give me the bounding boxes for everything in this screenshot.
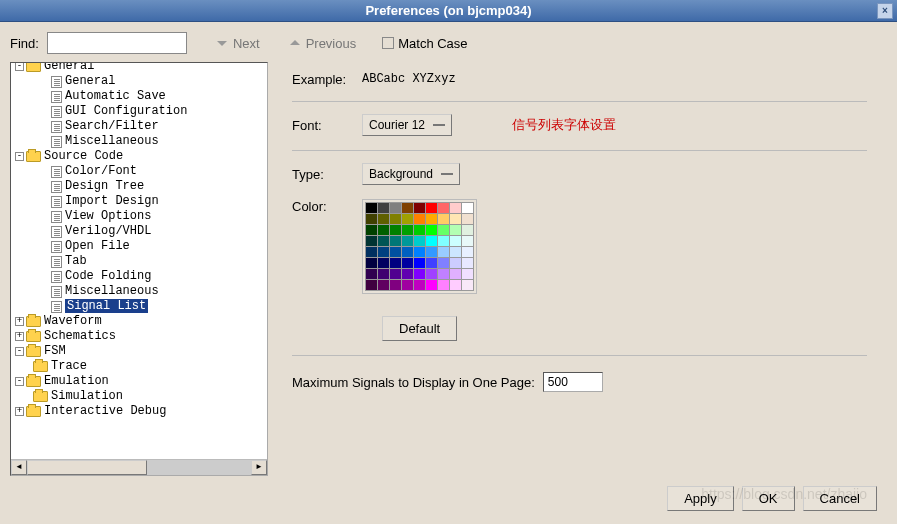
color-swatch[interactable] xyxy=(426,247,438,258)
color-swatch[interactable] xyxy=(426,203,438,214)
match-case-checkbox[interactable]: Match Case xyxy=(382,36,467,51)
tree-row[interactable]: View Options xyxy=(11,209,267,224)
color-swatch[interactable] xyxy=(402,214,414,225)
color-swatch[interactable] xyxy=(402,203,414,214)
color-swatch[interactable] xyxy=(462,203,474,214)
color-swatch[interactable] xyxy=(450,203,462,214)
color-swatch[interactable] xyxy=(366,280,378,291)
color-swatch[interactable] xyxy=(450,269,462,280)
tree-row[interactable]: Miscellaneous xyxy=(11,284,267,299)
color-swatch[interactable] xyxy=(462,269,474,280)
tree-row[interactable]: Search/Filter xyxy=(11,119,267,134)
color-swatch[interactable] xyxy=(390,269,402,280)
color-swatch[interactable] xyxy=(366,203,378,214)
color-swatch[interactable] xyxy=(414,225,426,236)
color-swatch[interactable] xyxy=(414,258,426,269)
color-swatch[interactable] xyxy=(438,269,450,280)
expander-icon[interactable]: - xyxy=(15,347,24,356)
tree-row[interactable]: Open File xyxy=(11,239,267,254)
color-swatch[interactable] xyxy=(414,236,426,247)
color-swatch[interactable] xyxy=(426,280,438,291)
preferences-tree[interactable]: -GeneralGeneralAutomatic SaveGUI Configu… xyxy=(10,62,268,476)
color-swatch[interactable] xyxy=(390,203,402,214)
color-swatch[interactable] xyxy=(462,214,474,225)
color-swatch[interactable] xyxy=(414,203,426,214)
color-swatch[interactable] xyxy=(366,236,378,247)
tree-row[interactable]: +Interactive Debug xyxy=(11,404,267,419)
tree-row[interactable]: -FSM xyxy=(11,344,267,359)
color-swatch[interactable] xyxy=(390,236,402,247)
color-swatch[interactable] xyxy=(450,236,462,247)
color-swatch[interactable] xyxy=(438,225,450,236)
color-swatch[interactable] xyxy=(462,236,474,247)
color-swatch[interactable] xyxy=(462,225,474,236)
color-swatch[interactable] xyxy=(378,258,390,269)
color-swatch[interactable] xyxy=(462,258,474,269)
tree-row[interactable]: -Emulation xyxy=(11,374,267,389)
color-swatch[interactable] xyxy=(378,247,390,258)
expander-icon[interactable]: + xyxy=(15,407,24,416)
scroll-left-icon[interactable]: ◄ xyxy=(11,460,27,475)
color-swatch[interactable] xyxy=(450,214,462,225)
color-swatch[interactable] xyxy=(378,225,390,236)
color-swatch[interactable] xyxy=(414,280,426,291)
color-swatch[interactable] xyxy=(414,214,426,225)
color-swatch[interactable] xyxy=(390,225,402,236)
expander-icon[interactable]: - xyxy=(15,377,24,386)
color-swatch[interactable] xyxy=(378,269,390,280)
tree-row[interactable]: -Source Code xyxy=(11,149,267,164)
color-swatch[interactable] xyxy=(450,247,462,258)
color-swatch[interactable] xyxy=(414,247,426,258)
find-input[interactable] xyxy=(47,32,187,54)
font-dropdown[interactable]: Courier 12 xyxy=(362,114,452,136)
expander-icon[interactable]: + xyxy=(15,332,24,341)
color-swatch[interactable] xyxy=(390,214,402,225)
tree-row[interactable]: Simulation xyxy=(11,389,267,404)
scroll-right-icon[interactable]: ► xyxy=(251,460,267,475)
tree-row[interactable]: General xyxy=(11,74,267,89)
color-swatch[interactable] xyxy=(438,280,450,291)
color-swatch[interactable] xyxy=(402,280,414,291)
color-swatch[interactable] xyxy=(462,247,474,258)
color-swatch[interactable] xyxy=(366,225,378,236)
color-swatch[interactable] xyxy=(366,247,378,258)
color-swatch[interactable] xyxy=(378,214,390,225)
expander-icon[interactable]: - xyxy=(15,63,24,71)
tree-row[interactable]: Trace xyxy=(11,359,267,374)
color-swatch[interactable] xyxy=(414,269,426,280)
tree-row[interactable]: Tab xyxy=(11,254,267,269)
color-swatch[interactable] xyxy=(402,258,414,269)
color-swatch[interactable] xyxy=(426,225,438,236)
color-swatch[interactable] xyxy=(426,258,438,269)
tree-row[interactable]: Design Tree xyxy=(11,179,267,194)
color-swatch[interactable] xyxy=(378,203,390,214)
tree-row[interactable]: Signal List xyxy=(11,299,267,314)
color-swatch[interactable] xyxy=(390,280,402,291)
close-icon[interactable]: × xyxy=(877,3,893,19)
tree-row[interactable]: Automatic Save xyxy=(11,89,267,104)
color-swatch[interactable] xyxy=(378,236,390,247)
color-swatch[interactable] xyxy=(402,236,414,247)
color-swatch[interactable] xyxy=(438,203,450,214)
color-swatch[interactable] xyxy=(390,247,402,258)
color-swatch[interactable] xyxy=(426,236,438,247)
tree-row[interactable]: Verilog/VHDL xyxy=(11,224,267,239)
color-swatch[interactable] xyxy=(462,280,474,291)
horizontal-scrollbar[interactable]: ◄ ► xyxy=(11,459,267,475)
tree-row[interactable]: +Waveform xyxy=(11,314,267,329)
tree-row[interactable]: -General xyxy=(11,63,267,74)
tree-row[interactable]: +Schematics xyxy=(11,329,267,344)
default-button[interactable]: Default xyxy=(382,316,457,341)
tree-row[interactable]: Miscellaneous xyxy=(11,134,267,149)
color-palette[interactable] xyxy=(362,199,477,294)
expander-icon[interactable]: + xyxy=(15,317,24,326)
tree-row[interactable]: Color/Font xyxy=(11,164,267,179)
scrollbar-thumb[interactable] xyxy=(27,460,147,475)
color-swatch[interactable] xyxy=(366,214,378,225)
color-swatch[interactable] xyxy=(438,247,450,258)
color-swatch[interactable] xyxy=(402,247,414,258)
color-swatch[interactable] xyxy=(450,258,462,269)
color-swatch[interactable] xyxy=(426,269,438,280)
color-swatch[interactable] xyxy=(402,269,414,280)
expander-icon[interactable]: - xyxy=(15,152,24,161)
